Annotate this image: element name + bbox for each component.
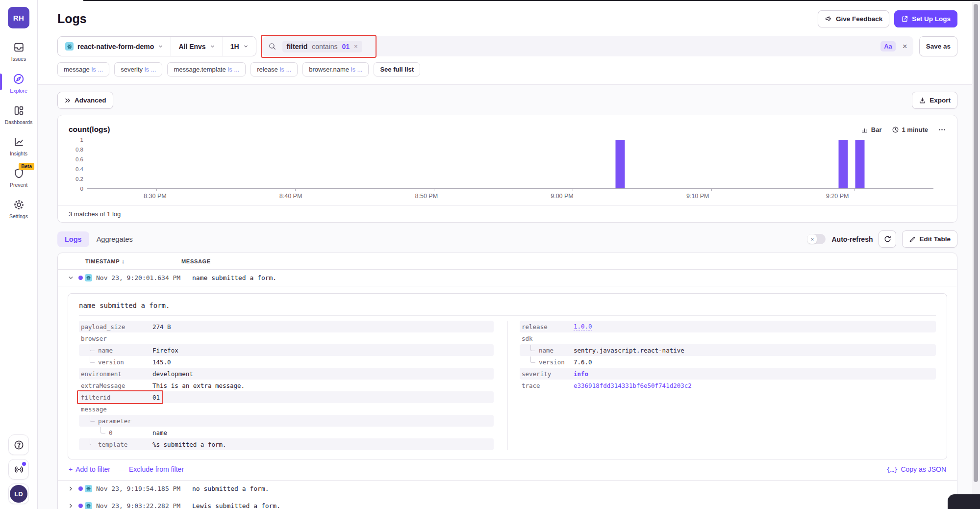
sidebar-item-label: Insights	[10, 151, 27, 156]
sidebar-item-label: Prevent	[10, 182, 27, 188]
tree-connector	[90, 415, 95, 422]
add-to-filter-link[interactable]: + Add to filter	[69, 465, 110, 473]
environment-selector[interactable]: All Envs	[171, 37, 222, 56]
attribute-row[interactable]: release1.0.0	[520, 321, 936, 332]
attribute-row[interactable]: extraMessageThis is an extra message.	[79, 380, 494, 391]
search-input[interactable]: filterid contains 01 × Aa ×	[262, 36, 913, 56]
copy-as-json-link[interactable]: {…} Copy as JSON	[886, 465, 946, 473]
set-up-logs-button[interactable]: Set Up Logs	[894, 10, 957, 27]
log-message: name submitted a form.	[192, 274, 276, 281]
refresh-button[interactable]	[879, 230, 896, 248]
save-as-button[interactable]: Save as	[919, 36, 957, 56]
give-feedback-button[interactable]: Give Feedback	[818, 10, 889, 27]
project-selector[interactable]: react-native-form-demo	[58, 37, 171, 56]
remove-token-icon[interactable]: ×	[354, 43, 358, 50]
chevron-down-icon	[243, 44, 249, 49]
attribute-row[interactable]: version145.0	[79, 356, 494, 368]
pencil-icon	[909, 236, 916, 243]
toggle-knob: ×	[807, 234, 817, 244]
sidebar-item-issues[interactable]: Issues	[0, 41, 37, 62]
sidebar-item-prevent[interactable]: Beta Prevent	[0, 167, 37, 188]
chevron-right-icon[interactable]	[68, 503, 78, 509]
org-logo[interactable]: RH	[8, 7, 29, 28]
help-button[interactable]	[8, 434, 29, 455]
attribute-row-filterid[interactable]: filterid01	[79, 391, 494, 403]
attribute-row[interactable]: parameter	[79, 415, 494, 427]
attribute-row[interactable]: version7.6.0	[520, 356, 936, 368]
notification-dot	[22, 462, 26, 466]
log-timestamp: Nov 23, 9:19:54.185 PM	[96, 485, 192, 492]
user-menu-button[interactable]: LD	[8, 484, 29, 504]
table-row[interactable]: Nov 23, 9:19:54.185 PM no submitted a fo…	[58, 481, 957, 497]
time-range-selector[interactable]: 1H	[223, 37, 256, 56]
sidebar-item-label: Explore	[10, 88, 27, 94]
export-button[interactable]: Export	[912, 92, 957, 109]
logs-table: TIMESTAMP ↓ MESSAGE Nov 23, 9:20:01.634 …	[57, 253, 957, 509]
filter-chip-severity[interactable]: severity is ...	[114, 62, 162, 76]
search-filter-token[interactable]: filterid contains 01 ×	[282, 41, 362, 52]
attribute-row[interactable]: namesentry.javascript.react-native	[520, 344, 936, 356]
chart-bar[interactable]	[839, 140, 848, 188]
filter-chip-message-template[interactable]: message.template is ...	[167, 62, 246, 76]
attributes-left-column: payload_size274 B browser nameFirefox ve…	[79, 321, 507, 450]
sidebar-item-dashboards[interactable]: Dashboards	[0, 104, 37, 125]
column-timestamp[interactable]: TIMESTAMP	[85, 258, 120, 264]
sort-arrow-icon: ↓	[122, 257, 125, 265]
case-sensitivity-toggle[interactable]: Aa	[880, 41, 896, 51]
severity-dot	[78, 276, 83, 280]
log-detail-title: name submitted a form.	[79, 302, 936, 316]
auto-refresh-toggle[interactable]: ×	[807, 234, 826, 244]
tab-aggregates[interactable]: Aggregates	[89, 231, 140, 247]
tab-logs[interactable]: Logs	[57, 231, 89, 247]
chart-more-menu[interactable]	[938, 126, 946, 134]
attribute-row[interactable]: payload_size274 B	[79, 321, 494, 332]
double-chevron-icon	[64, 97, 71, 104]
attribute-row[interactable]: 0name	[79, 427, 494, 438]
sidebar-item-insights[interactable]: Insights	[0, 136, 37, 156]
scrollbar[interactable]	[972, 0, 980, 509]
log-timestamp: Nov 23, 9:03:22.282 PM	[96, 502, 192, 509]
log-timestamp: Nov 23, 9:20:01.634 PM	[96, 274, 192, 281]
clear-search-icon[interactable]: ×	[903, 42, 907, 51]
table-row[interactable]: Nov 23, 9:20:01.634 PM name submitted a …	[58, 270, 957, 286]
react-project-icon	[65, 42, 74, 51]
attribute-row[interactable]: template%s submitted a form.	[79, 438, 494, 450]
attribute-row[interactable]: severityinfo	[520, 368, 936, 380]
attribute-row[interactable]: tracee336918fdd314331bf6e50f741d203c2	[520, 380, 936, 391]
attribute-row[interactable]: browser	[79, 332, 494, 344]
y-tick-label: 0.2	[75, 176, 83, 182]
advanced-button[interactable]: Advanced	[57, 92, 113, 109]
sidebar-item-explore[interactable]: Explore	[0, 73, 37, 94]
see-full-list-button[interactable]: See full list	[374, 62, 420, 76]
x-tick-label: 9:00 PM	[551, 193, 574, 200]
filter-chip-release[interactable]: release is ...	[251, 62, 298, 76]
interval-selector[interactable]: 1 minute	[892, 126, 928, 133]
chart-plot-area[interactable]	[87, 140, 933, 189]
sidebar: RH Issues Explore Dashboards Insights Be…	[0, 0, 38, 509]
sidebar-item-settings[interactable]: Settings	[0, 199, 37, 219]
filter-chip-browser-name[interactable]: browser.name is ...	[302, 62, 369, 76]
issues-icon	[13, 41, 25, 53]
attribute-row[interactable]: sdk	[520, 332, 936, 344]
broadcasts-button[interactable]	[8, 459, 29, 480]
table-row[interactable]: Nov 23, 9:03:22.282 PM Lewis submitted a…	[58, 497, 957, 509]
column-message[interactable]: MESSAGE	[181, 258, 211, 264]
edit-table-button[interactable]: Edit Table	[902, 230, 957, 248]
chevron-right-icon[interactable]	[68, 485, 78, 492]
clock-icon	[892, 126, 899, 133]
page-header: Logs Give Feedback Set Up Logs react-nat…	[38, 0, 972, 85]
filter-chip-message[interactable]: message is ...	[57, 62, 109, 76]
attribute-row[interactable]: message	[79, 403, 494, 415]
attribute-row[interactable]: nameFirefox	[79, 344, 494, 356]
chart-bar[interactable]	[615, 140, 625, 188]
chevron-down-icon[interactable]	[68, 275, 78, 281]
explore-icon	[12, 73, 25, 85]
chart-bar[interactable]	[855, 140, 865, 188]
chart-type-selector[interactable]: Bar	[861, 126, 882, 133]
scrollbar-thumb[interactable]	[974, 4, 978, 482]
exclude-from-filter-link[interactable]: — Exclude from filter	[119, 465, 184, 473]
attribute-row[interactable]: environmentdevelopment	[79, 368, 494, 380]
x-tick-label: 9:20 PM	[826, 193, 849, 200]
react-project-icon	[85, 485, 92, 492]
page-title: Logs	[57, 12, 87, 26]
